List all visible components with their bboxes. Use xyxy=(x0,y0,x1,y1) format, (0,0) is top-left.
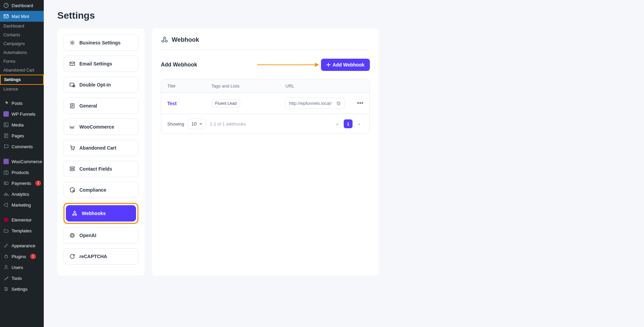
col-header-url: URL xyxy=(285,83,350,89)
sidebar-item-products[interactable]: Products xyxy=(0,167,44,178)
badge: 1 xyxy=(35,180,41,186)
settings-nav-general[interactable]: General xyxy=(63,98,138,114)
sidebar-item-users[interactable]: Users xyxy=(0,262,44,273)
sidebar-item-analytics[interactable]: Analytics xyxy=(0,189,44,199)
sidebar-item-payments[interactable]: $Payments1 xyxy=(0,178,44,189)
per-page-select[interactable]: 10 xyxy=(188,119,207,129)
pager-page-1[interactable]: 1 xyxy=(344,119,353,128)
settings-nav-email-settings[interactable]: Email Settings xyxy=(63,56,138,72)
panel-header: Webhook xyxy=(161,36,370,50)
footer-summary: 1-1 of 1 webhooks xyxy=(210,121,246,127)
svg-point-26 xyxy=(75,214,77,215)
sidebar-item-elementor[interactable]: Elementor xyxy=(0,214,44,225)
webhook-icon xyxy=(161,36,168,43)
sidebar-subitem-campaigns[interactable]: Campaigns xyxy=(0,39,44,48)
table-header: Title Tags and Lists URL xyxy=(161,79,370,93)
settings-nav-recaptcha[interactable]: reCAPTCHA xyxy=(63,248,138,265)
settings-nav-openai[interactable]: OpenAI xyxy=(63,227,138,244)
nav-item-label: General xyxy=(79,103,97,109)
settings-nav-business-settings[interactable]: Business Settings xyxy=(63,35,138,51)
svg-point-15 xyxy=(72,42,73,44)
row-title-link[interactable]: Test xyxy=(167,101,177,106)
sidebar-item-templates[interactable]: Templates xyxy=(0,225,44,236)
bars-icon xyxy=(3,191,9,197)
wrench-icon xyxy=(3,275,9,281)
sidebar-item-label: Marketing xyxy=(12,203,31,208)
pager-next[interactable]: » xyxy=(355,119,363,128)
mail-icon xyxy=(69,61,75,67)
row-actions-menu[interactable]: ••• xyxy=(357,100,363,107)
sidebar-item-label: Pages xyxy=(12,133,24,138)
wpf-icon xyxy=(3,111,9,117)
settings-nav-abandoned-cart[interactable]: Abandoned Cart xyxy=(63,140,138,156)
settings-nav-double-opt-in[interactable]: Double Opt-in xyxy=(63,77,138,93)
svg-point-4 xyxy=(5,124,6,125)
sidebar-item-posts[interactable]: Posts xyxy=(0,98,44,109)
sidebar-subitem-automations[interactable]: Automations xyxy=(0,48,44,57)
page-icon xyxy=(3,133,9,138)
copy-icon[interactable] xyxy=(336,101,341,106)
sidebar-item-pages[interactable]: Pages xyxy=(0,130,44,141)
sidebar-subitem-dashboard[interactable]: Dashboard xyxy=(0,22,44,31)
folder-icon xyxy=(3,228,9,233)
svg-point-27 xyxy=(74,211,75,212)
sidebar-subitem-forms[interactable]: Forms xyxy=(0,57,44,66)
card-icon: $ xyxy=(3,180,9,186)
sidebar-item-label: Media xyxy=(12,122,23,128)
panel-title: Webhook xyxy=(172,36,199,43)
nav-item-label: Abandoned Cart xyxy=(79,145,116,151)
sidebar-item-settings[interactable]: Settings xyxy=(0,284,44,294)
settings-nav-webhooks[interactable]: Webhooks xyxy=(66,205,136,222)
sidebar-item-plugins[interactable]: Plugins1 xyxy=(0,251,44,262)
pager-prev[interactable]: « xyxy=(333,119,342,128)
sidebar-item-dashboard[interactable]: Dashboard xyxy=(0,0,44,11)
showing-label: Showing xyxy=(167,121,184,127)
pin-icon xyxy=(3,100,9,106)
wp-admin-sidebar: Dashboard Mail Mint DashboardContactsCam… xyxy=(0,0,44,327)
per-page-value: 10 xyxy=(191,121,197,127)
sidebar-item-appearance[interactable]: Appearance xyxy=(0,240,44,251)
fields-icon xyxy=(69,166,75,172)
sidebar-item-wp-funnels[interactable]: WP Funnels xyxy=(0,109,44,119)
pagination: « 1 » xyxy=(333,119,363,128)
gear-icon xyxy=(69,40,75,46)
sidebar-item-marketing[interactable]: Marketing xyxy=(0,199,44,210)
svg-point-30 xyxy=(166,40,168,42)
nav-item-label: Webhooks xyxy=(82,211,106,216)
page-title: Settings xyxy=(57,10,630,21)
plus-icon xyxy=(326,63,330,67)
annotation-arrow xyxy=(257,64,318,65)
svg-point-20 xyxy=(72,150,72,150)
brush-icon xyxy=(3,243,9,248)
sidebar-subitem-settings[interactable]: Settings xyxy=(0,75,44,85)
sidebar-item-label: Tools xyxy=(12,276,22,281)
elementor-icon xyxy=(3,217,9,223)
sidebar-item-mailmint[interactable]: Mail Mint xyxy=(0,11,44,22)
settings-nav-contact-fields[interactable]: Contact Fields xyxy=(63,161,138,177)
optin-icon xyxy=(69,82,75,88)
nav-item-label: reCAPTCHA xyxy=(79,254,107,259)
settings-nav-woocommerce[interactable]: WooCommerce xyxy=(63,119,138,135)
sidebar-item-label: Posts xyxy=(12,101,23,106)
svg-point-25 xyxy=(73,214,74,215)
webhook-panel: Webhook Add Webhook Add Webhook Title Ta… xyxy=(152,28,379,275)
sidebar-item-label: Comments xyxy=(12,144,33,149)
settings-nav-compliance[interactable]: Compliance xyxy=(63,182,138,198)
nav-item-label: Business Settings xyxy=(79,40,120,45)
sidebar-item-media[interactable]: Media xyxy=(0,119,44,130)
sidebar-subitem-contacts[interactable]: Contacts xyxy=(0,31,44,39)
user-icon xyxy=(3,265,9,270)
sidebar-item-comments[interactable]: Comments xyxy=(0,141,44,152)
sidebar-subitem-abandoned-cart[interactable]: Abandoned Cart xyxy=(0,66,44,75)
table-row: Test Fluent Lead http://wpfunnels.local/… xyxy=(161,93,370,114)
table-footer: Showing 10 1-1 of 1 webhooks « 1 » xyxy=(161,114,370,134)
badge: 1 xyxy=(30,254,36,259)
svg-rect-33 xyxy=(337,102,339,104)
sidebar-subitem-licence[interactable]: Licence xyxy=(0,85,44,94)
svg-point-10 xyxy=(4,217,8,222)
add-webhook-button[interactable]: Add Webhook xyxy=(321,59,370,71)
sidebar-item-tools[interactable]: Tools xyxy=(0,273,44,284)
svg-point-13 xyxy=(7,289,8,290)
sliders-icon xyxy=(3,286,9,292)
sidebar-item-woocommerce[interactable]: WooCommerce xyxy=(0,156,44,167)
